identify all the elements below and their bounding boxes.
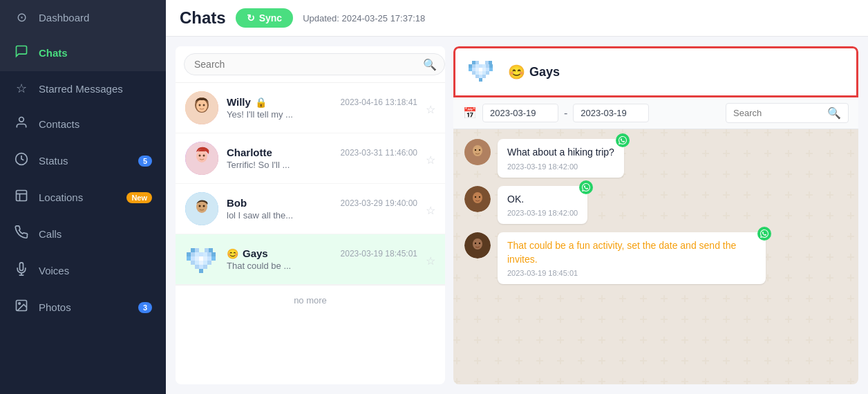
svg-rect-64 (482, 68, 486, 71)
chat-item-gays[interactable]: 😊 Gays 2023-03-19 18:45:01 That could be… (176, 234, 445, 285)
svg-point-11 (196, 100, 207, 112)
svg-rect-24 (205, 248, 209, 252)
svg-point-86 (475, 243, 476, 244)
sidebar-item-label: Locations (39, 191, 83, 203)
sidebar-item-starred[interactable]: ☆ Starred Messages (0, 71, 166, 106)
locations-icon (14, 189, 29, 206)
svg-point-12 (199, 104, 201, 106)
top-header: Chats ↻ Sync Updated: 2024-03-25 17:37:1… (166, 0, 868, 37)
sidebar-item-locations[interactable]: Locations New (0, 179, 166, 216)
chats-icon (14, 44, 29, 62)
svg-rect-67 (472, 71, 475, 75)
chat-detail-panel: 😊 Gays 📅 - 🔍 (453, 46, 858, 384)
svg-rect-73 (479, 75, 482, 78)
svg-rect-70 (482, 71, 486, 75)
svg-rect-75 (479, 78, 482, 82)
messages-area: What about a hiking trip? 2023-03-19 18:… (453, 129, 858, 384)
svg-point-20 (199, 205, 201, 207)
chat-item-bob[interactable]: Bob 2023-03-29 19:40:00 lol I saw all th… (176, 184, 445, 234)
avatar-bob (185, 192, 218, 225)
chat-search-input[interactable] (184, 53, 445, 75)
svg-rect-45 (195, 265, 199, 269)
photos-badge: 3 (138, 302, 152, 313)
message-bubble-3: That could be a fun activity, set the da… (498, 232, 766, 284)
chat-time-bob: 2023-03-29 19:40:00 (341, 198, 417, 208)
svg-point-81 (473, 192, 482, 203)
svg-point-13 (203, 104, 205, 106)
whatsapp-icon-2 (579, 180, 593, 194)
sidebar-item-status[interactable]: Status 5 (0, 142, 166, 179)
svg-rect-34 (191, 256, 195, 261)
message-row-1: What about a hiking trip? 2023-03-19 18:… (464, 139, 847, 178)
svg-point-0 (19, 118, 24, 122)
svg-rect-52 (489, 61, 492, 64)
locations-badge: New (126, 192, 152, 203)
date-to-input[interactable] (573, 104, 649, 122)
status-icon (14, 152, 29, 169)
svg-point-85 (473, 238, 482, 250)
calendar-icon: 📅 (463, 106, 477, 120)
whatsapp-icon-1 (616, 133, 630, 147)
sidebar-item-calls[interactable]: Calls (0, 216, 166, 252)
svg-point-15 (196, 150, 207, 162)
star-icon-charlotte: ☆ (426, 153, 435, 167)
svg-rect-37 (203, 256, 207, 261)
svg-rect-68 (475, 71, 479, 75)
updated-text: Updated: 2024-03-25 17:37:18 (303, 13, 425, 24)
chat-info-gays: 😊 Gays 2023-03-19 18:45:01 That could be… (227, 247, 417, 271)
sidebar-item-chats[interactable]: Chats (0, 35, 166, 71)
avatar-gays (185, 243, 218, 276)
svg-rect-58 (486, 64, 489, 68)
sidebar-item-dashboard[interactable]: ⊙ Dashboard (0, 0, 166, 35)
detail-search-input[interactable] (733, 108, 823, 118)
star-icon-gays: ☆ (426, 254, 435, 268)
message-time-3: 2023-03-19 18:45:01 (507, 269, 756, 277)
svg-rect-51 (485, 61, 489, 64)
svg-rect-74 (482, 75, 486, 78)
search-icon[interactable]: 🔍 (423, 58, 437, 71)
svg-rect-26 (187, 252, 191, 256)
sidebar-item-label: Contacts (39, 118, 79, 130)
message-row-2: OK. 2023-03-19 18:42:00 (464, 186, 847, 225)
sidebar-item-label: Dashboard (39, 12, 89, 24)
sidebar-item-photos[interactable]: Photos 3 (0, 289, 166, 326)
svg-rect-43 (203, 261, 207, 265)
group-name: 😊 Gays (508, 64, 560, 80)
svg-rect-65 (486, 68, 489, 71)
svg-rect-40 (191, 261, 195, 265)
calls-icon (14, 225, 29, 243)
message-bubble-1: What about a hiking trip? 2023-03-19 18:… (498, 139, 624, 178)
chat-name-gays: 😊 Gays (227, 247, 268, 259)
sidebar: ⊙ Dashboard Chats ☆ Starred Messages Con… (0, 0, 166, 394)
svg-rect-39 (211, 256, 216, 261)
svg-rect-22 (191, 248, 195, 252)
sync-button[interactable]: ↻ Sync (236, 8, 293, 28)
svg-rect-63 (479, 68, 482, 71)
chat-info-charlotte: Charlotte 2023-03-31 11:46:00 Terrific! … (227, 147, 417, 170)
msg-avatar-3 (464, 232, 491, 259)
message-text-2: OK. (507, 193, 578, 207)
svg-rect-53 (469, 64, 472, 68)
svg-point-16 (199, 155, 201, 157)
chat-time-charlotte: 2023-03-31 11:46:00 (341, 148, 417, 158)
sidebar-item-voices[interactable]: Voices (0, 252, 166, 289)
svg-point-79 (479, 149, 480, 151)
photos-icon (14, 299, 29, 316)
svg-rect-36 (199, 256, 203, 261)
chat-detail-header: 😊 Gays (453, 46, 858, 97)
svg-rect-41 (195, 261, 199, 265)
main-content: Chats ↻ Sync Updated: 2024-03-25 17:37:1… (166, 0, 868, 394)
date-from-input[interactable] (482, 104, 558, 122)
svg-rect-25 (209, 248, 213, 252)
sidebar-item-contacts[interactable]: Contacts (0, 106, 166, 142)
chat-preview-gays: That could be ... (227, 261, 417, 271)
svg-rect-61 (472, 68, 475, 71)
whatsapp-icon-3 (757, 227, 771, 241)
svg-rect-66 (489, 68, 493, 71)
chat-time-gays: 2023-03-19 18:45:01 (341, 249, 417, 259)
chat-item-charlotte[interactable]: Charlotte 2023-03-31 11:46:00 Terrific! … (176, 133, 445, 184)
chat-item-willy[interactable]: Willy 🔒 2023-04-16 13:18:41 Yes! I'll te… (176, 83, 445, 133)
chat-info-bob: Bob 2023-03-29 19:40:00 lol I saw all th… (227, 197, 417, 221)
chat-name-willy: Willy 🔒 (227, 96, 267, 108)
content-area: 🔍 (166, 37, 868, 394)
